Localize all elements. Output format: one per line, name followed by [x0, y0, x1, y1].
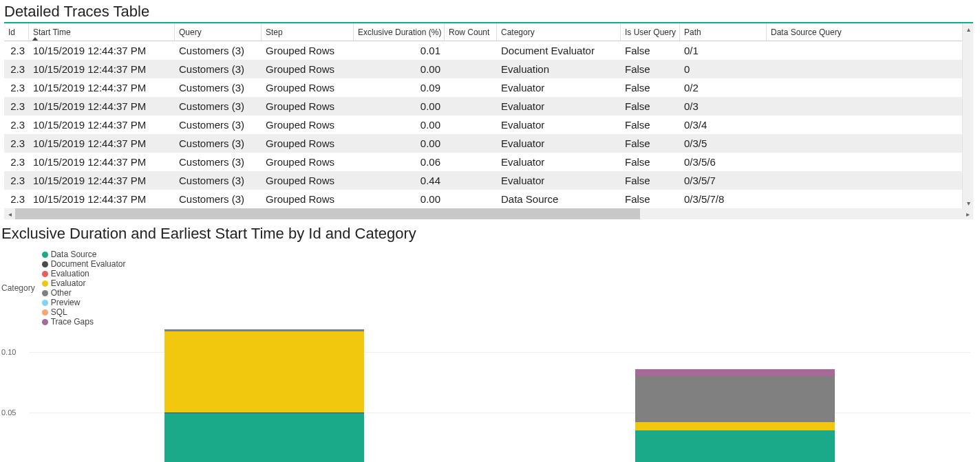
col-step[interactable]: Step: [262, 23, 354, 41]
cell-row-count: [445, 171, 497, 190]
bar-segment[interactable]: [635, 369, 835, 377]
bar-segment[interactable]: [164, 413, 364, 462]
scroll-thumb[interactable]: [15, 208, 640, 219]
chart-plot: [29, 328, 970, 462]
cell-is-user-query: False: [621, 78, 680, 97]
cell-step: Grouped Rows: [262, 41, 354, 60]
col-path[interactable]: Path: [680, 23, 767, 41]
cell-is-user-query: False: [621, 153, 680, 171]
legend-item[interactable]: Preview: [42, 298, 126, 307]
bar-group[interactable]: [164, 329, 364, 462]
scroll-down-icon[interactable]: ▾: [963, 197, 974, 208]
cell-id: 2.3: [4, 78, 29, 97]
cell-row-count: [445, 60, 497, 78]
legend-swatch-icon: [42, 261, 48, 267]
table-row[interactable]: 2.310/15/2019 12:44:37 PMCustomers (3)Gr…: [4, 78, 973, 97]
bar-segment[interactable]: [164, 331, 364, 412]
horizontal-scrollbar[interactable]: ◂ ▸: [4, 208, 973, 219]
table-title: Detailed Traces Table: [0, 0, 980, 22]
y-tick-label: 0.10: [1, 348, 29, 356]
table-row[interactable]: 2.310/15/2019 12:44:37 PMCustomers (3)Gr…: [4, 153, 973, 171]
scroll-left-icon[interactable]: ◂: [4, 208, 15, 219]
cell-path: 0: [680, 60, 767, 78]
cell-start-time: 10/15/2019 12:44:37 PM: [29, 134, 175, 153]
cell-data-source-query: [767, 153, 961, 171]
cell-path: 0/3/5/6: [680, 153, 767, 171]
legend-item[interactable]: Data Source: [42, 250, 126, 259]
col-is-user-query[interactable]: Is User Query: [621, 23, 680, 41]
cell-data-source-query: [767, 190, 961, 208]
legend-label: Data Source: [51, 250, 97, 259]
cell-row-count: [445, 41, 497, 60]
vertical-scrollbar[interactable]: ▴ ▾: [962, 23, 973, 208]
col-query[interactable]: Query: [175, 23, 262, 41]
cell-query: Customers (3): [175, 78, 262, 97]
legend-item[interactable]: Evaluator: [42, 278, 126, 288]
cell-query: Customers (3): [175, 116, 262, 134]
legend-item[interactable]: Evaluation: [42, 269, 126, 278]
col-row-count[interactable]: Row Count: [445, 23, 497, 41]
table-row[interactable]: 2.310/15/2019 12:44:37 PMCustomers (3)Gr…: [4, 171, 973, 190]
cell-path: 0/3: [680, 97, 767, 116]
cell-category: Evaluator: [497, 171, 621, 190]
cell-category: Evaluator: [497, 153, 621, 171]
cell-step: Grouped Rows: [262, 116, 354, 134]
legend-item[interactable]: Other: [42, 288, 126, 298]
legend-label: Trace Gaps: [51, 317, 94, 327]
scroll-track[interactable]: [15, 208, 962, 219]
cell-exclusive-duration: 0.00: [354, 190, 445, 208]
table-row[interactable]: 2.310/15/2019 12:44:37 PMCustomers (3)Gr…: [4, 116, 973, 134]
cell-exclusive-duration: 0.06: [354, 153, 445, 171]
cell-start-time: 10/15/2019 12:44:37 PM: [29, 171, 175, 190]
cell-data-source-query: [767, 116, 961, 134]
legend-item[interactable]: SQL: [42, 307, 126, 317]
col-id[interactable]: Id: [4, 23, 29, 41]
scroll-right-icon[interactable]: ▸: [962, 208, 973, 219]
cell-path: 0/1: [680, 41, 767, 60]
col-start-time-label: Start Time: [33, 28, 71, 37]
bar-group[interactable]: [635, 369, 835, 463]
table-row[interactable]: 2.310/15/2019 12:44:37 PMCustomers (3)Gr…: [4, 134, 973, 153]
col-category[interactable]: Category: [497, 23, 621, 41]
cell-exclusive-duration: 0.44: [354, 171, 445, 190]
cell-data-source-query: [767, 134, 961, 153]
scroll-up-icon[interactable]: ▴: [963, 23, 974, 34]
cell-exclusive-duration: 0.01: [354, 41, 445, 60]
cell-start-time: 10/15/2019 12:44:37 PM: [29, 97, 175, 116]
cell-step: Grouped Rows: [262, 134, 354, 153]
cell-id: 2.3: [4, 134, 29, 153]
table-header-row: Id Start Time Query Step Exclusive Durat…: [4, 23, 973, 41]
cell-is-user-query: False: [621, 171, 680, 190]
col-exclusive-duration[interactable]: Exclusive Duration (%): [354, 23, 445, 41]
bar-segment[interactable]: [635, 376, 835, 422]
cell-start-time: 10/15/2019 12:44:37 PM: [29, 153, 175, 171]
legend-item[interactable]: Trace Gaps: [42, 317, 126, 327]
table-row[interactable]: 2.310/15/2019 12:44:37 PMCustomers (3)Gr…: [4, 60, 973, 78]
cell-start-time: 10/15/2019 12:44:37 PM: [29, 78, 175, 97]
col-start-time[interactable]: Start Time: [29, 23, 175, 41]
cell-query: Customers (3): [175, 134, 262, 153]
cell-query: Customers (3): [175, 171, 262, 190]
table-row[interactable]: 2.310/15/2019 12:44:37 PMCustomers (3)Gr…: [4, 190, 973, 208]
cell-path: 0/3/5/7: [680, 171, 767, 190]
table-row[interactable]: 2.310/15/2019 12:44:37 PMCustomers (3)Gr…: [4, 41, 973, 60]
cell-query: Customers (3): [175, 190, 262, 208]
legend-item[interactable]: Document Evaluator: [42, 259, 126, 269]
cell-start-time: 10/15/2019 12:44:37 PM: [29, 116, 175, 134]
legend-swatch-icon: [42, 309, 48, 316]
bar-segment[interactable]: [635, 422, 835, 430]
cell-row-count: [445, 116, 497, 134]
table-row[interactable]: 2.310/15/2019 12:44:37 PMCustomers (3)Gr…: [4, 97, 973, 116]
cell-category: Document Evaluator: [497, 41, 621, 60]
col-data-source-query[interactable]: Data Source Query: [767, 23, 961, 41]
legend-swatch-icon: [42, 319, 48, 325]
cell-is-user-query: False: [621, 134, 680, 153]
bar-segment[interactable]: [635, 430, 835, 462]
cell-id: 2.3: [4, 41, 29, 60]
cell-category: Evaluator: [497, 116, 621, 134]
cell-category: Evaluator: [497, 97, 621, 116]
cell-row-count: [445, 78, 497, 97]
stacked-bar-chart[interactable]: 0.000.050.10 2.33.11: [1, 328, 970, 462]
cell-step: Grouped Rows: [262, 78, 354, 97]
traces-table: Id Start Time Query Step Exclusive Durat…: [4, 22, 973, 208]
